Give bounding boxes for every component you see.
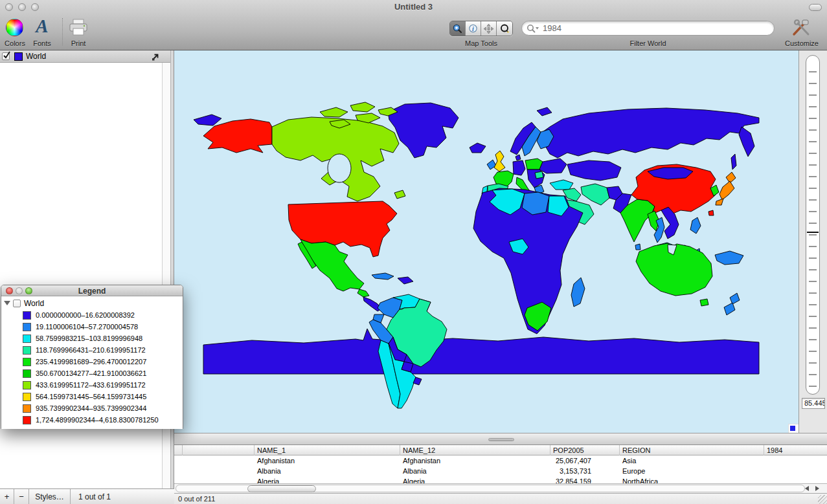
map-region-cuba[interactable] [372, 273, 394, 279]
table-header-region[interactable]: REGION [620, 445, 764, 455]
expand-arrow-icon[interactable] [151, 52, 160, 61]
legend-swatch [23, 404, 31, 413]
map-region-denmark[interactable] [515, 155, 521, 160]
print-button[interactable]: Print [66, 39, 91, 47]
legend-swatch [23, 334, 31, 343]
map-region-arctic-islands-1[interactable] [320, 107, 348, 117]
zoom-slider-thumb[interactable] [807, 232, 819, 233]
map-region-turkey[interactable] [550, 180, 573, 190]
remove-layer-button[interactable]: − [14, 489, 29, 504]
filter-search-field[interactable] [521, 21, 775, 36]
scroll-right-icon[interactable] [815, 486, 819, 491]
table-row[interactable]: Afghanistan Afghanistan 25,067,407 Asia [174, 455, 827, 466]
table-header-name12[interactable]: NAME_12 [400, 445, 550, 455]
customize-tools-icon[interactable] [791, 19, 811, 37]
layer-color-swatch[interactable] [14, 52, 23, 61]
fonts-icon[interactable]: A [32, 16, 52, 36]
fonts-button[interactable]: Fonts [28, 39, 56, 47]
legend-entry: 1,724.4899902344–4,618.8300781250 [23, 415, 159, 425]
world-map[interactable] [174, 50, 799, 433]
add-layer-button[interactable]: + [0, 489, 14, 504]
printer-icon[interactable] [68, 18, 89, 38]
table-header-cell[interactable] [174, 445, 183, 455]
map-region-ukraine[interactable] [539, 159, 567, 173]
info-tool-button[interactable]: i [466, 21, 481, 36]
table-header-pop2005[interactable]: POP2005 [550, 445, 620, 455]
layer-visibility-checkbox[interactable] [2, 52, 10, 60]
legend-window[interactable]: Legend World 0.0000000000–16.6200008392 … [1, 285, 183, 429]
map-region-newfoundland[interactable] [394, 190, 405, 199]
table-row[interactable]: Algeria Algeria 32,854,159 NorthAfrica [174, 476, 827, 483]
legend-entry: 58.7599983215–103.8199996948 [23, 333, 142, 344]
toolbar-toggle-button[interactable] [809, 4, 822, 11]
pan-tool-button[interactable] [481, 21, 497, 36]
map-region-taiwan[interactable] [708, 210, 714, 215]
map-scroll-corner [788, 424, 799, 433]
scroll-left-icon[interactable] [805, 486, 809, 491]
map-selection-handle[interactable] [790, 426, 795, 431]
map-region-japan-north[interactable] [726, 172, 736, 183]
map-region-iceland[interactable] [470, 143, 486, 153]
map-region-tasmania[interactable] [700, 299, 708, 306]
table-header-cell[interactable] [183, 445, 255, 455]
map-region-japan-south[interactable] [716, 199, 723, 205]
map-region-philippines[interactable] [690, 217, 701, 234]
map-region-antarctica[interactable] [203, 329, 759, 374]
map-region-hispaniola[interactable] [398, 277, 413, 284]
map-region-sri-lanka[interactable] [635, 244, 640, 250]
table-row[interactable]: Albania Albania 3,153,731 Europe [174, 466, 827, 476]
legend-layer-checkbox[interactable] [13, 300, 21, 307]
splitter-grip[interactable] [488, 438, 514, 441]
map-region-guatemala[interactable] [357, 289, 369, 297]
colors-button[interactable]: Colors [1, 39, 28, 47]
map-region-new-zealand-north[interactable] [730, 293, 740, 304]
zoom-slider[interactable] [806, 55, 820, 395]
checkmark-icon [3, 51, 12, 60]
map-region-greenland[interactable] [388, 103, 459, 158]
sidebar-bottom-bar: + − Styles… 1 out of 1 [0, 488, 174, 504]
scale-value-field[interactable]: 85.445 [802, 398, 825, 409]
resize-grip-icon[interactable] [818, 495, 827, 504]
legend-titlebar[interactable]: Legend [1, 285, 183, 296]
map-region-sakhalin[interactable] [731, 154, 736, 170]
table-horizontal-scrollbar[interactable] [174, 483, 827, 493]
legend-layer-row[interactable]: World [4, 298, 44, 308]
table-header-1984[interactable]: 1984 [764, 445, 827, 455]
horizontal-splitter[interactable] [174, 433, 827, 445]
map-region-iran[interactable] [581, 184, 609, 205]
map-canvas[interactable] [174, 50, 799, 433]
map-region-madagascar[interactable] [571, 278, 585, 307]
map-region-uk[interactable] [494, 151, 505, 171]
map-region-new-guinea[interactable] [715, 251, 743, 265]
search-input[interactable] [541, 23, 768, 34]
legend-range: 19.1100006104–57.2700004578 [36, 323, 138, 331]
zoom-tool-button[interactable] [450, 21, 466, 36]
legend-entry: 935.7399902344–935.7399902344 [23, 403, 146, 413]
cell-pop2005: 25,067,407 [498, 457, 591, 465]
map-region-japan-main[interactable] [719, 181, 734, 200]
legend-entry: 350.6700134277–421.9100036621 [23, 368, 146, 378]
styles-button[interactable]: Styles… [29, 489, 71, 504]
scrollbar-thumb[interactable] [247, 485, 316, 492]
map-region-kazakhstan[interactable] [567, 160, 621, 181]
lasso-tool-button[interactable] [497, 21, 512, 36]
map-region-new-zealand-south[interactable] [724, 303, 735, 315]
map-region-russia[interactable] [541, 108, 759, 158]
map-region-germany[interactable] [513, 160, 525, 175]
layer-row-world[interactable]: World [0, 50, 170, 63]
map-region-chukotka[interactable] [194, 115, 221, 126]
table-header-name1[interactable]: NAME_1 [255, 445, 400, 455]
map-region-arctic-islands-2[interactable] [350, 102, 375, 112]
cell-name12: Afghanistan [403, 457, 440, 465]
legend-swatch [23, 381, 31, 389]
map-region-hungary[interactable] [535, 171, 543, 179]
map-region-svalbard[interactable] [537, 107, 552, 116]
customize-button[interactable]: Customize [778, 39, 825, 47]
legend-title: Legend [1, 287, 183, 296]
map-hudson-bay [328, 154, 351, 182]
scrollbar-track[interactable] [176, 485, 805, 492]
styles-count: 1 out of 1 [71, 489, 111, 504]
color-wheel-icon[interactable] [6, 19, 23, 36]
map-region-kamchatka[interactable] [739, 127, 754, 157]
disclosure-triangle-icon[interactable] [4, 301, 10, 305]
